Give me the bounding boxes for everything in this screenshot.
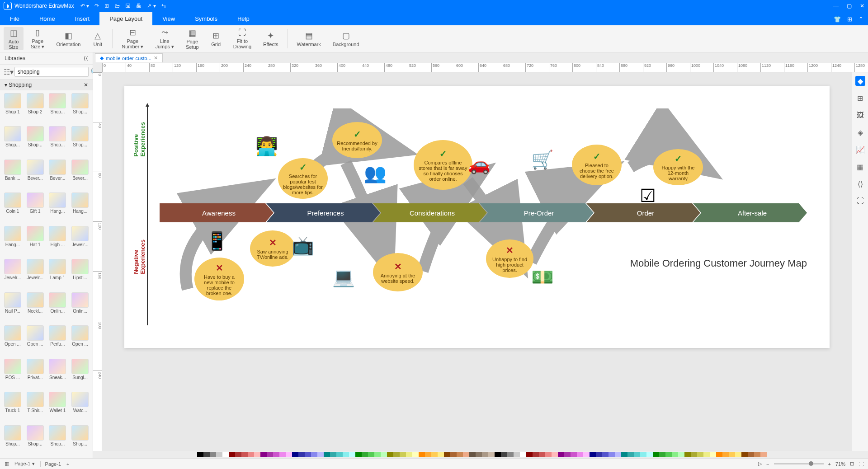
positive-bubble[interactable]: ✓Pleased to choose the free delivery opt… bbox=[572, 145, 622, 185]
color-swatch[interactable] bbox=[583, 452, 590, 457]
rail-code-icon[interactable]: ⟨⟩ bbox=[855, 179, 865, 189]
color-swatch[interactable] bbox=[362, 452, 368, 457]
color-swatch[interactable] bbox=[577, 452, 583, 457]
shape-item[interactable]: Jewelr... bbox=[2, 258, 24, 290]
color-swatch[interactable] bbox=[716, 452, 722, 457]
color-swatch[interactable] bbox=[374, 452, 381, 457]
shape-item[interactable]: Gift 1 bbox=[24, 192, 46, 224]
color-swatch[interactable] bbox=[691, 452, 697, 457]
ribbon-line-jumps[interactable]: ⤳Line Jumps ▾ bbox=[151, 27, 178, 50]
color-swatch[interactable] bbox=[260, 452, 267, 457]
stage-order[interactable]: Order bbox=[586, 203, 700, 222]
color-swatch[interactable] bbox=[533, 452, 539, 457]
color-swatch[interactable] bbox=[292, 452, 298, 457]
shape-item[interactable]: Open ... bbox=[2, 324, 24, 356]
color-swatch[interactable] bbox=[336, 452, 343, 457]
color-swatch[interactable] bbox=[552, 452, 558, 457]
menu-view[interactable]: View bbox=[152, 12, 185, 25]
shape-item[interactable]: Hang... bbox=[47, 192, 69, 224]
color-swatch[interactable] bbox=[368, 452, 374, 457]
sidebar-collapse-icon[interactable]: ⟨⟨ bbox=[84, 55, 88, 61]
rail-expand-icon[interactable]: ⛶ bbox=[855, 196, 865, 206]
shape-item[interactable]: Sungl... bbox=[69, 358, 91, 390]
page-tab[interactable]: Page-1 bbox=[40, 461, 61, 467]
negative-bubble[interactable]: ✕Annoying at the website speed. bbox=[373, 253, 423, 291]
menu-page-layout[interactable]: Page Layout bbox=[99, 12, 152, 25]
color-swatch[interactable] bbox=[438, 452, 444, 457]
library-search-input[interactable] bbox=[14, 67, 89, 77]
zoom-out-icon[interactable]: − bbox=[766, 461, 769, 467]
color-swatch[interactable] bbox=[254, 452, 260, 457]
shape-item[interactable]: T-Shir... bbox=[24, 391, 46, 423]
zoom-slider[interactable] bbox=[774, 463, 824, 464]
shape-item[interactable]: Sneak... bbox=[47, 358, 69, 390]
shirt-icon[interactable]: 👕 bbox=[834, 16, 841, 23]
color-swatch[interactable] bbox=[741, 452, 748, 457]
ribbon-watermark[interactable]: ▤Watermark bbox=[292, 27, 325, 50]
page-select[interactable]: Page-1 ▾ bbox=[14, 461, 35, 467]
shape-item[interactable]: Lamp 1 bbox=[47, 258, 69, 290]
ribbon-grid[interactable]: ⊞Grid bbox=[206, 27, 226, 50]
shape-item[interactable]: Shop... bbox=[24, 424, 46, 456]
negative-bubble[interactable]: ✕Saw annoying TV/online ads. bbox=[250, 230, 295, 267]
color-swatch[interactable] bbox=[317, 452, 324, 457]
shape-item[interactable]: Bank ... bbox=[2, 159, 24, 191]
menu-symbols[interactable]: Symbols bbox=[185, 12, 227, 25]
negative-bubble[interactable]: ✕Unhappy to find high product prices. bbox=[486, 239, 533, 278]
color-swatch[interactable] bbox=[748, 452, 754, 457]
canvas-viewport[interactable]: Positive Experiences Negative Experience… bbox=[102, 72, 852, 451]
color-swatch[interactable] bbox=[469, 452, 476, 457]
color-swatch[interactable] bbox=[564, 452, 571, 457]
document-tab[interactable]: ◆ mobile-order-custo... ✕ bbox=[95, 53, 163, 62]
shape-item[interactable]: Lipsti... bbox=[69, 258, 91, 290]
add-page-icon[interactable]: + bbox=[66, 461, 69, 467]
shape-item[interactable]: Shop... bbox=[2, 424, 24, 456]
rail-grid-icon[interactable]: ⊞ bbox=[855, 93, 865, 103]
fullscreen-icon[interactable]: ⛶ bbox=[859, 461, 863, 467]
positive-bubble[interactable]: ✓Recommended by friends/family. bbox=[332, 122, 382, 158]
stage-after-sale[interactable]: After-sale bbox=[693, 203, 807, 222]
shape-item[interactable]: Open ... bbox=[24, 324, 46, 356]
shape-item[interactable]: Shop 1 bbox=[2, 92, 24, 124]
presentation-icon[interactable]: ▷ bbox=[758, 461, 762, 467]
decor-icon[interactable]: 📱 bbox=[206, 230, 228, 252]
color-swatch[interactable] bbox=[393, 452, 400, 457]
color-swatch[interactable] bbox=[286, 452, 292, 457]
menu-insert[interactable]: Insert bbox=[65, 12, 100, 25]
positive-bubble[interactable]: ✓Compares offline stores that is far awa… bbox=[414, 140, 472, 190]
ribbon-page-setup[interactable]: ▦Page Setup bbox=[181, 27, 203, 50]
color-swatch[interactable] bbox=[229, 452, 235, 457]
color-swatch[interactable] bbox=[431, 452, 438, 457]
color-swatch[interactable] bbox=[722, 452, 729, 457]
color-swatch[interactable] bbox=[659, 452, 665, 457]
stage-preferences[interactable]: Preferences bbox=[266, 203, 380, 222]
rail-layers-icon[interactable]: ◈ bbox=[855, 127, 865, 137]
stage-considerations[interactable]: Considerations bbox=[373, 203, 487, 222]
decor-icon[interactable]: ☑ bbox=[640, 185, 656, 206]
ribbon-effects[interactable]: ✦Effects bbox=[259, 27, 283, 50]
shape-item[interactable]: Hat 1 bbox=[24, 225, 46, 257]
color-swatch[interactable] bbox=[444, 452, 450, 457]
color-swatch[interactable] bbox=[387, 452, 393, 457]
shape-item[interactable]: Shop... bbox=[24, 125, 46, 157]
category-close-icon[interactable]: ✕ bbox=[84, 82, 88, 88]
color-swatch[interactable] bbox=[539, 452, 545, 457]
ribbon-orientation[interactable]: ◧Orientation bbox=[52, 27, 85, 50]
zoom-in-icon[interactable]: + bbox=[828, 461, 831, 467]
shape-item[interactable]: High ... bbox=[47, 225, 69, 257]
color-swatch[interactable] bbox=[507, 452, 514, 457]
color-swatch[interactable] bbox=[495, 452, 501, 457]
color-swatch[interactable] bbox=[216, 452, 222, 457]
negative-bubble[interactable]: ✕Have to buy a new mobile to replace the… bbox=[194, 258, 244, 300]
rail-image-icon[interactable]: 🖼 bbox=[855, 110, 865, 120]
drawing-page[interactable]: Positive Experiences Negative Experience… bbox=[124, 86, 830, 348]
color-swatch[interactable] bbox=[273, 452, 279, 457]
color-swatch[interactable] bbox=[665, 452, 672, 457]
shape-item[interactable]: Wallet 1 bbox=[47, 391, 69, 423]
decor-icon[interactable]: 💵 bbox=[531, 267, 554, 288]
color-swatch[interactable] bbox=[729, 452, 735, 457]
color-swatch[interactable] bbox=[571, 452, 577, 457]
color-swatch[interactable] bbox=[210, 452, 216, 457]
redo-icon[interactable]: ↷ bbox=[94, 3, 99, 9]
decor-icon[interactable]: 🚗 bbox=[468, 154, 491, 175]
